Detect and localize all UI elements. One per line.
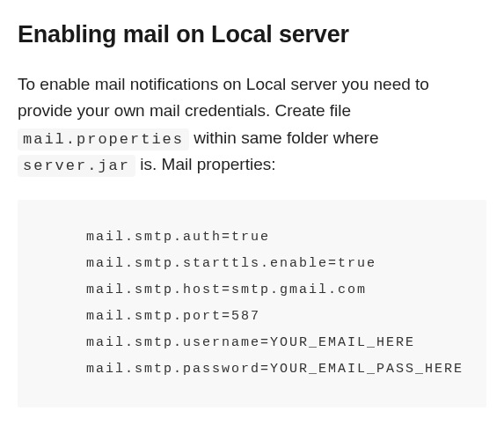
text-segment: is. Mail properties: xyxy=(135,155,275,173)
text-segment: within same folder where xyxy=(189,128,378,147)
intro-paragraph: To enable mail notifications on Local se… xyxy=(18,71,486,179)
text-segment: To enable mail notifications on Local se… xyxy=(18,75,429,120)
inline-code-filename: server.jar xyxy=(18,155,135,177)
section-heading: Enabling mail on Local server xyxy=(18,21,486,48)
code-block-mail-properties: mail.smtp.auth=true mail.smtp.starttls.e… xyxy=(18,200,486,407)
inline-code-filename: mail.properties xyxy=(18,128,189,150)
